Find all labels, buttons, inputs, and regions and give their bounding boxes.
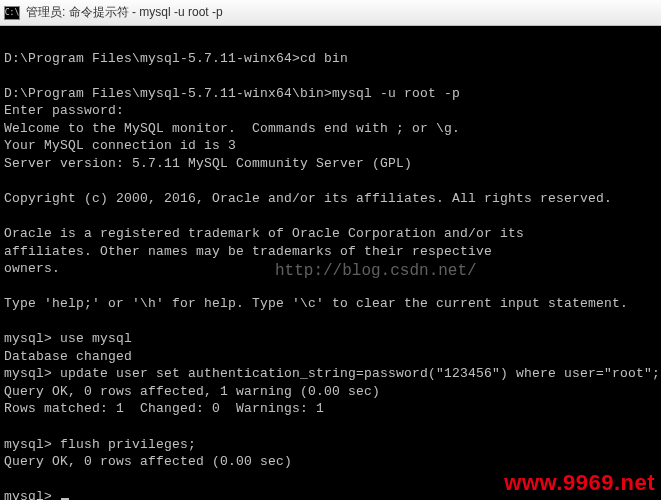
terminal-line: D:\Program Files\mysql-5.7.11-winx64\bin… — [4, 85, 657, 103]
terminal-line: Database changed — [4, 348, 657, 366]
terminal-line: mysql> flush privileges; — [4, 436, 657, 454]
terminal-line: Copyright (c) 2000, 2016, Oracle and/or … — [4, 190, 657, 208]
terminal-line: Your MySQL connection id is 3 — [4, 137, 657, 155]
terminal-line — [4, 67, 657, 85]
terminal-line: Query OK, 0 rows affected (0.00 sec) — [4, 453, 657, 471]
terminal-line: Oracle is a registered trademark of Orac… — [4, 225, 657, 243]
terminal-line: mysql> — [4, 488, 657, 500]
terminal-line — [4, 313, 657, 331]
terminal-line: Server version: 5.7.11 MySQL Community S… — [4, 155, 657, 173]
terminal-line — [4, 207, 657, 225]
terminal-line: Enter password: — [4, 102, 657, 120]
terminal-line: Welcome to the MySQL monitor. Commands e… — [4, 120, 657, 138]
terminal-line: mysql> use mysql — [4, 330, 657, 348]
terminal-output[interactable]: D:\Program Files\mysql-5.7.11-winx64>cd … — [0, 26, 661, 500]
terminal-line: D:\Program Files\mysql-5.7.11-winx64>cd … — [4, 50, 657, 68]
cmd-icon: C:\ — [4, 6, 20, 20]
window-titlebar[interactable]: C:\ 管理员: 命令提示符 - mysql -u root -p — [0, 0, 661, 26]
window-title: 管理员: 命令提示符 - mysql -u root -p — [26, 4, 223, 21]
terminal-line: affiliates. Other names may be trademark… — [4, 243, 657, 261]
terminal-line — [4, 278, 657, 296]
terminal-line — [4, 471, 657, 489]
terminal-line: mysql> update user set authentication_st… — [4, 365, 657, 383]
terminal-line — [4, 418, 657, 436]
terminal-line — [4, 32, 657, 50]
terminal-line: Type 'help;' or '\h' for help. Type '\c'… — [4, 295, 657, 313]
terminal-line: owners. — [4, 260, 657, 278]
terminal-line — [4, 172, 657, 190]
terminal-line: Query OK, 0 rows affected, 1 warning (0.… — [4, 383, 657, 401]
terminal-line: Rows matched: 1 Changed: 0 Warnings: 1 — [4, 400, 657, 418]
